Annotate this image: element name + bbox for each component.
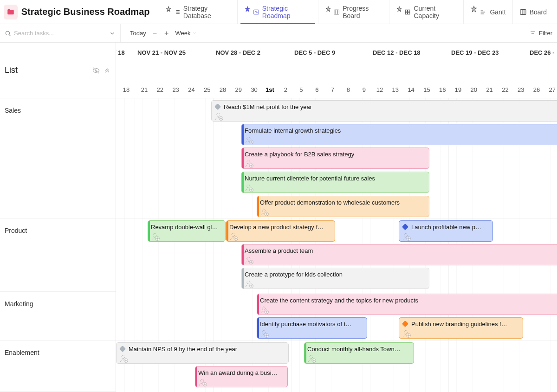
tab-board[interactable]: Board [512, 0, 553, 24]
task-bar[interactable]: Create a prototype for kids collection [241, 268, 429, 289]
task-bar[interactable]: Nurture current clientele for potential … [241, 172, 429, 193]
group-label-marketing[interactable]: Marketing [0, 292, 38, 312]
timeline[interactable]: V 18NOV 21 - NOV 25NOV 28 - DEC 2DEC 5 -… [116, 43, 557, 392]
list-header: List [0, 43, 116, 98]
day-cell: 28 [215, 86, 231, 93]
week-label: NOV 21 - NOV 25 [135, 49, 186, 56]
task-bar[interactable]: Revamp double-wall gl… [148, 220, 226, 242]
assign-user-icon[interactable] [245, 256, 254, 265]
assign-user-icon[interactable] [402, 232, 411, 241]
chevron-down-icon[interactable] [109, 30, 116, 37]
filter-button[interactable]: Filter [539, 30, 552, 37]
assign-user-icon[interactable] [245, 159, 254, 168]
tab-current-capacity[interactable]: Current Capacity [389, 0, 463, 24]
tab-progress-board[interactable]: Progress Board [318, 0, 389, 24]
day-cell: 20 [466, 86, 482, 93]
task-bar[interactable]: Publish new branding guidelines f… [399, 317, 523, 339]
week-label: DEC 19 - DEC 23 [448, 49, 499, 56]
task-bar[interactable]: Reach $1M net profit for the year [211, 100, 557, 122]
assign-user-icon[interactable] [119, 354, 129, 363]
group-label-sales[interactable]: Sales [0, 98, 26, 119]
tab-label: Progress Board [343, 5, 382, 19]
svg-point-7 [6, 31, 9, 35]
pin-icon [470, 6, 478, 13]
zoom-in-button[interactable]: + [163, 29, 169, 38]
hide-icon[interactable] [92, 67, 100, 74]
task-title: Offer product demonstration to wholesale… [260, 199, 400, 206]
tab-label: Current Capacity [414, 5, 457, 19]
week-label: V 18 [116, 49, 125, 56]
tab-strategy-database[interactable]: Strategy Database [159, 0, 237, 24]
assign-user-icon[interactable] [214, 112, 224, 121]
gantt-area[interactable]: Reach $1M net profit for the yearFormula… [116, 98, 557, 392]
task-bar[interactable]: Maintain NPS of 9 by the end of the year [116, 342, 289, 364]
header-bar: Strategic Business Roadmap Strategy Data… [0, 0, 557, 24]
zoom-out-button[interactable]: − [152, 29, 158, 38]
assign-user-icon[interactable] [402, 329, 411, 338]
assign-user-icon[interactable] [307, 354, 317, 363]
task-bar[interactable]: Develop a new product strategy f… [226, 220, 335, 242]
task-bar[interactable]: Create the content strategy and the topi… [257, 294, 557, 315]
assign-user-icon[interactable] [229, 232, 239, 241]
assign-user-icon[interactable] [260, 329, 269, 338]
svg-rect-2 [406, 10, 408, 12]
group-label-product[interactable]: Product [0, 218, 32, 239]
group-label-enablement[interactable]: Enablement [0, 341, 44, 361]
task-bar[interactable]: Launch profitable new p… [399, 220, 493, 242]
pin-icon [165, 6, 172, 13]
day-cell: 5 [293, 86, 309, 93]
task-title: Revamp double-wall gl… [151, 224, 218, 231]
svg-rect-3 [408, 10, 410, 12]
board-icon [333, 8, 340, 16]
task-bar[interactable]: Win an award during a busi… [195, 366, 288, 387]
grid-icon [404, 8, 411, 16]
day-cell: 23 [513, 86, 529, 93]
timescale-select[interactable]: Week [175, 30, 197, 37]
collapse-icon[interactable] [104, 67, 111, 74]
task-bar[interactable]: Formulate internal growth strategies [241, 124, 557, 145]
milestone-diamond-icon [214, 103, 221, 110]
assign-user-icon[interactable] [260, 305, 269, 315]
today-button[interactable]: Today [130, 30, 146, 37]
svg-rect-4 [406, 12, 408, 14]
day-cell: 1st [262, 86, 278, 93]
task-title: Create the content strategy and the topi… [260, 297, 418, 304]
task-title: Identify purchase motivators of t… [260, 321, 351, 328]
assign-user-icon[interactable] [198, 378, 207, 387]
tab-label: Board [530, 8, 547, 16]
task-title: Create a prototype for kids collection [245, 271, 343, 278]
day-cell: 21 [136, 86, 152, 93]
assign-user-icon[interactable] [245, 279, 254, 289]
main: List SalesProductMarketingEnablement V 1… [0, 43, 557, 392]
assign-user-icon[interactable] [260, 207, 269, 217]
assign-user-icon[interactable] [245, 135, 254, 145]
day-cell: 27 [544, 86, 557, 93]
assign-user-icon[interactable] [245, 183, 254, 193]
svg-rect-1 [334, 10, 339, 14]
task-title: Nurture current clientele for potential … [245, 175, 375, 182]
assign-user-icon[interactable] [151, 232, 160, 241]
toolbar: Today − + Week Filter [0, 24, 557, 43]
task-title: Formulate internal growth strategies [245, 127, 341, 134]
task-bar[interactable]: Identify purchase motivators of t… [257, 317, 367, 339]
day-cell: 8 [341, 86, 356, 93]
task-title: Launch profitable new p… [411, 224, 481, 231]
task-title: Create a playbook for B2B sales strategy [245, 151, 354, 158]
tab-gantt[interactable]: Gantt [463, 0, 512, 24]
task-bar[interactable]: Offer product demonstration to wholesale… [257, 196, 429, 217]
pin-icon [396, 6, 402, 13]
list-icon [174, 8, 181, 16]
filter-icon [530, 30, 536, 37]
day-cell: 23 [168, 86, 184, 93]
folder-icon-button[interactable] [4, 5, 18, 19]
day-cell: 18 [118, 86, 134, 93]
task-bar[interactable]: Assemble a product team [241, 244, 557, 265]
week-label: DEC 12 - DEC 18 [370, 49, 421, 56]
search-input[interactable] [14, 30, 88, 37]
day-cell: 16 [434, 86, 450, 93]
task-bar[interactable]: Conduct monthly all-hands Town… [304, 342, 414, 364]
svg-rect-6 [520, 9, 526, 14]
tab-strategic-roadmap[interactable]: Strategic Roadmap [237, 0, 317, 24]
milestone-diamond-icon [402, 224, 408, 230]
task-bar[interactable]: Create a playbook for B2B sales strategy [241, 148, 429, 169]
